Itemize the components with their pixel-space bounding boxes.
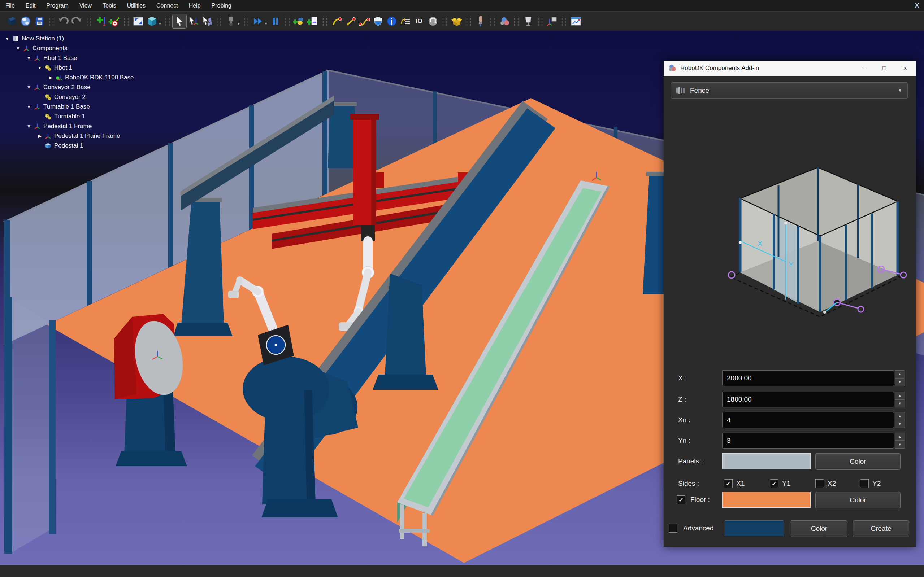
side-x2-option[interactable]: X2 bbox=[815, 479, 836, 488]
xn-input[interactable]: 4 bbox=[722, 412, 894, 428]
advanced-color-button[interactable]: Color bbox=[791, 521, 848, 537]
dropdown-caret-icon[interactable]: ▼ bbox=[264, 22, 268, 26]
add-program-icon[interactable] bbox=[306, 15, 320, 28]
floor-color-swatch[interactable] bbox=[722, 492, 811, 508]
move-linear-instruction-icon[interactable] bbox=[344, 15, 357, 28]
xn-stepper[interactable]: ▲▼ bbox=[895, 412, 905, 428]
tree-item-components[interactable]: ▼Components bbox=[14, 43, 134, 53]
component-type-dropdown[interactable]: Fence ▼ bbox=[671, 82, 908, 98]
x-input[interactable]: 2000.00 bbox=[722, 370, 894, 386]
advanced-checkbox[interactable] bbox=[669, 524, 677, 533]
pause-simulation-icon[interactable] bbox=[269, 15, 283, 28]
display-board-icon[interactable] bbox=[522, 15, 535, 28]
advanced-color-swatch[interactable] bbox=[725, 521, 784, 536]
tree-item-turntable-1-base[interactable]: ▼Turntable 1 Base bbox=[24, 102, 134, 111]
menu-help[interactable]: Help bbox=[183, 0, 206, 11]
tree-item-conveyor-2[interactable]: Conveyor 2 bbox=[36, 92, 134, 102]
side-y2-option[interactable]: Y2 bbox=[860, 479, 881, 488]
new-station-icon[interactable] bbox=[5, 15, 19, 28]
side-x1-option[interactable]: ✓X1 bbox=[724, 479, 745, 488]
spin-down-icon[interactable]: ▼ bbox=[895, 441, 905, 448]
dropdown-caret-icon[interactable]: ▼ bbox=[158, 22, 162, 26]
expander-icon[interactable]: ▶ bbox=[46, 75, 55, 80]
yn-input[interactable]: 3 bbox=[722, 433, 894, 448]
x1-checkbox[interactable]: ✓ bbox=[724, 479, 733, 488]
paint-tool-icon[interactable] bbox=[474, 15, 488, 28]
run-program-icon[interactable] bbox=[426, 15, 440, 28]
panel-title-bar[interactable]: RoboDK Components Add-in – □ × bbox=[664, 61, 916, 76]
menu-connect[interactable]: Connect bbox=[151, 0, 183, 11]
move-joints-cursor-icon[interactable] bbox=[200, 15, 214, 28]
tree-item-pedestal-1[interactable]: Pedestal 1 bbox=[36, 141, 134, 150]
tree-item-pedestal-1-frame[interactable]: ▼Pedestal 1 Frame bbox=[24, 121, 134, 131]
fast-simulation-icon[interactable] bbox=[251, 15, 265, 28]
spin-down-icon[interactable]: ▼ bbox=[895, 400, 905, 408]
tree-item-pedestal-1-plane-frame[interactable]: ▶Pedestal 1 Plane Frame bbox=[36, 131, 134, 141]
panels-color-swatch[interactable] bbox=[722, 453, 811, 469]
x-stepper[interactable]: ▲▼ bbox=[895, 370, 905, 386]
window-close-icon[interactable]: X bbox=[910, 2, 924, 10]
y1-checkbox[interactable]: ✓ bbox=[770, 479, 779, 488]
undo-icon[interactable] bbox=[57, 15, 70, 28]
menu-probing[interactable]: Probing bbox=[206, 0, 237, 11]
move-reference-cursor-icon[interactable] bbox=[186, 15, 200, 28]
close-icon[interactable]: × bbox=[895, 61, 916, 76]
isometric-view-icon[interactable] bbox=[145, 15, 159, 28]
tree-item-robodk-rdk-1100-base[interactable]: ▶RoboDK RDK-1100 Base bbox=[46, 73, 134, 82]
add-target-icon[interactable] bbox=[108, 15, 121, 28]
spin-up-icon[interactable]: ▲ bbox=[895, 412, 905, 420]
maximize-icon[interactable]: □ bbox=[874, 61, 895, 76]
tree-item-hbot-1[interactable]: ▼Hbot 1 bbox=[36, 63, 134, 73]
tree-item-conveyor-2-base[interactable]: ▼Conveyor 2 Base bbox=[24, 82, 134, 92]
tree-item-turntable-1[interactable]: Turntable 1 bbox=[36, 111, 134, 121]
program-call-instruction-icon[interactable] bbox=[399, 15, 412, 28]
components-addin-icon[interactable] bbox=[498, 15, 511, 28]
menu-utilities[interactable]: Utilities bbox=[121, 0, 151, 11]
fit-view-icon[interactable] bbox=[131, 15, 145, 28]
y2-checkbox[interactable] bbox=[860, 479, 869, 488]
spin-down-icon[interactable]: ▼ bbox=[895, 420, 905, 428]
spin-up-icon[interactable]: ▲ bbox=[895, 370, 905, 378]
chart-window-icon[interactable] bbox=[569, 15, 583, 28]
minimize-icon[interactable]: – bbox=[853, 61, 874, 76]
select-cursor-icon[interactable] bbox=[173, 15, 186, 28]
frame-board-icon[interactable] bbox=[545, 15, 559, 28]
create-button[interactable]: Create bbox=[853, 521, 909, 537]
expander-icon[interactable]: ▼ bbox=[14, 46, 23, 51]
add-reference-frame-icon[interactable] bbox=[94, 15, 108, 28]
set-io-instruction-icon[interactable]: IO bbox=[412, 15, 426, 28]
add-python-program-icon[interactable] bbox=[292, 15, 306, 28]
fence-near-left[interactable] bbox=[4, 297, 56, 554]
menu-view[interactable]: View bbox=[74, 0, 97, 11]
z-stepper[interactable]: ▲▼ bbox=[895, 392, 905, 408]
floor-color-button[interactable]: Color bbox=[815, 492, 901, 508]
move-joint-instruction-icon[interactable] bbox=[330, 15, 344, 28]
expander-icon[interactable]: ▼ bbox=[3, 36, 11, 41]
menu-program[interactable]: Program bbox=[41, 0, 74, 11]
x2-checkbox[interactable] bbox=[815, 479, 824, 488]
expander-icon[interactable]: ▼ bbox=[24, 124, 33, 129]
expander-icon[interactable]: ▼ bbox=[24, 104, 33, 110]
move-circular-instruction-icon[interactable] bbox=[357, 15, 371, 28]
show-message-instruction-icon[interactable] bbox=[385, 15, 399, 28]
z-input[interactable]: 1800.00 bbox=[722, 392, 894, 408]
menu-edit[interactable]: Edit bbox=[20, 0, 41, 11]
side-y1-option[interactable]: ✓Y1 bbox=[770, 479, 790, 488]
addin-package-icon[interactable] bbox=[450, 15, 464, 28]
connect-robot-icon[interactable] bbox=[224, 15, 237, 28]
floor-checkbox[interactable]: ✓ bbox=[677, 495, 685, 504]
expander-icon[interactable]: ▼ bbox=[24, 85, 33, 90]
yn-stepper[interactable]: ▲▼ bbox=[895, 433, 905, 448]
expander-icon[interactable]: ▼ bbox=[24, 56, 33, 61]
tree-item-hbot-1-base[interactable]: ▼Hbot 1 Base bbox=[24, 53, 134, 63]
pause-instruction-icon[interactable] bbox=[371, 15, 385, 28]
save-icon[interactable] bbox=[32, 15, 46, 28]
dropdown-caret-icon[interactable]: ▼ bbox=[237, 22, 241, 26]
panels-color-button[interactable]: Color bbox=[815, 453, 901, 470]
spin-up-icon[interactable]: ▲ bbox=[895, 433, 905, 441]
redo-icon[interactable] bbox=[70, 15, 84, 28]
spin-up-icon[interactable]: ▲ bbox=[895, 392, 905, 400]
expander-icon[interactable]: ▼ bbox=[36, 65, 44, 70]
menu-tools[interactable]: Tools bbox=[97, 0, 121, 11]
open-library-icon[interactable] bbox=[19, 15, 32, 28]
